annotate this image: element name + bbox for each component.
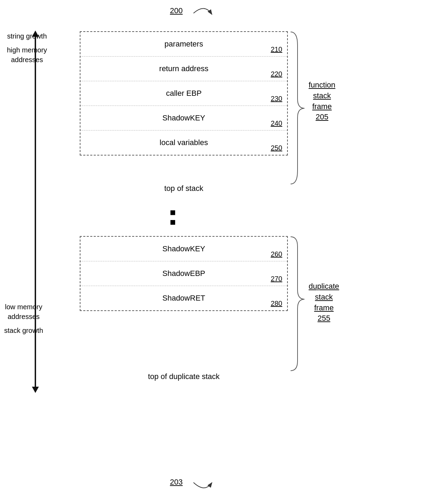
top-of-dup-stack-label: top of duplicate stack	[80, 372, 288, 381]
stack-row-caller-ebp: caller EBP 230	[80, 81, 287, 106]
dots-separator: ■■	[170, 208, 176, 227]
stack-row-parameters: parameters 210	[80, 32, 287, 57]
stack-row-return-address: return address 220	[80, 57, 287, 81]
duplicate-stack-frame-label: duplicate stack frame 255	[309, 281, 339, 324]
stack-row-shadowkey: ShadowKEY 240	[80, 106, 287, 131]
function-stack-frame-label: function stack frame 205	[309, 80, 335, 123]
stack-row-shadowebp: ShadowEBP 270	[80, 261, 287, 286]
left-top-labels: string growth high memory addresses	[7, 31, 47, 65]
low-memory-label: low memory	[4, 302, 43, 312]
high-memory-label: high memory	[7, 45, 47, 55]
low-addresses-label: addresses	[4, 312, 43, 321]
left-bottom-labels: low memory addresses stack growth	[4, 302, 43, 335]
ref-200: 200	[170, 6, 183, 15]
string-growth-label: string growth	[7, 31, 47, 41]
stack-row-shadowkey-dup: ShadowKEY 260	[80, 237, 287, 261]
stack-growth-label: stack growth	[4, 326, 43, 335]
vertical-arrow	[35, 35, 36, 389]
bottom-stack-frame: ShadowKEY 260 ShadowEBP 270 ShadowRET 28…	[80, 236, 288, 311]
diagram: 200 string growth high memory addresses …	[0, 0, 430, 504]
addresses-label: addresses	[7, 55, 47, 65]
top-stack-frame: parameters 210 return address 220 caller…	[80, 31, 288, 156]
top-of-stack-label: top of stack	[80, 184, 288, 193]
stack-row-local-vars: local variables 250	[80, 131, 287, 155]
stack-row-shadowret: ShadowRET 280	[80, 286, 287, 310]
ref-203: 203	[170, 478, 183, 487]
